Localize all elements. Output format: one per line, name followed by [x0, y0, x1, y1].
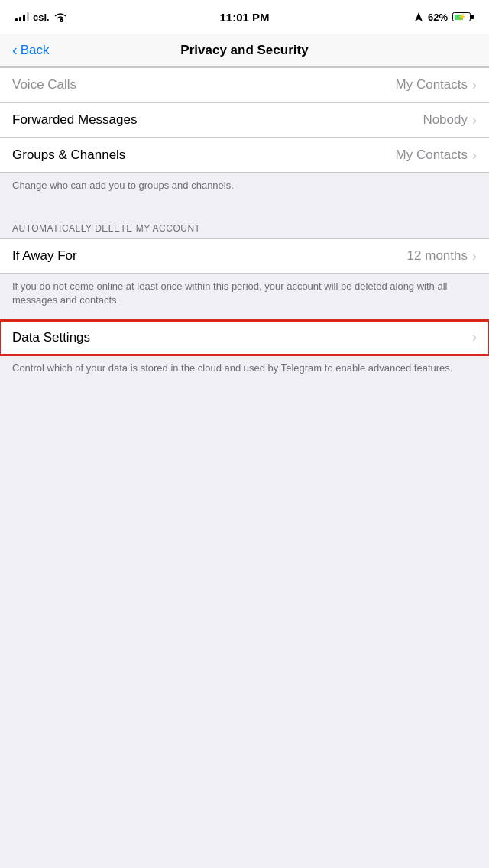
- if-away-group: If Away For 12 months ›: [0, 238, 489, 274]
- battery-icon: ⚡: [452, 12, 474, 21]
- data-settings-chevron-icon: ›: [472, 329, 477, 345]
- status-right: 62% ⚡: [414, 11, 474, 23]
- data-settings-label: Data Settings: [12, 330, 90, 345]
- signal-bar-1: [15, 18, 18, 21]
- back-chevron-icon: ‹: [12, 42, 18, 57]
- wifi-icon: [53, 11, 67, 22]
- battery-percent: 62%: [428, 11, 448, 23]
- groups-channels-label: Groups & Channels: [12, 147, 125, 163]
- groups-channels-value: My Contacts: [396, 147, 468, 163]
- signal-bar-2: [19, 17, 21, 21]
- nav-bar: ‹ Back Privacy and Security: [0, 34, 489, 67]
- forwarded-messages-value: Nobody: [423, 112, 468, 128]
- status-left: csl.: [15, 11, 67, 23]
- forwarded-messages-row[interactable]: Forwarded Messages Nobody ›: [0, 103, 489, 137]
- groups-channels-group: Groups & Channels My Contacts ›: [0, 138, 489, 173]
- forwarded-messages-chevron-icon: ›: [472, 112, 477, 128]
- location-icon: [414, 11, 423, 22]
- page-title: Privacy and Security: [180, 43, 308, 58]
- groups-footer: Change who can add you to groups and cha…: [0, 173, 489, 205]
- if-away-chevron-icon: ›: [472, 248, 477, 264]
- back-label: Back: [21, 43, 50, 58]
- signal-bars: [15, 12, 29, 21]
- groups-channels-right: My Contacts ›: [396, 147, 477, 164]
- groups-channels-chevron-icon: ›: [472, 147, 477, 164]
- voice-calls-chevron-icon: ›: [472, 77, 477, 93]
- forwarded-messages-right: Nobody ›: [423, 112, 477, 128]
- forwarded-messages-group: Forwarded Messages Nobody ›: [0, 102, 489, 138]
- back-button[interactable]: ‹ Back: [12, 43, 49, 58]
- voice-calls-label: Voice Calls: [12, 77, 76, 92]
- signal-bar-3: [23, 15, 25, 21]
- voice-calls-value: My Contacts: [396, 77, 468, 92]
- data-settings-footer: Control which of your data is stored in …: [0, 355, 489, 387]
- status-bar: csl. 11:01 PM 62% ⚡: [0, 0, 489, 34]
- if-away-value: 12 months: [407, 248, 468, 264]
- data-settings-group: Data Settings ›: [0, 320, 489, 355]
- if-away-row[interactable]: If Away For 12 months ›: [0, 239, 489, 273]
- voice-calls-group: Voice Calls My Contacts ›: [0, 67, 489, 102]
- voice-calls-row[interactable]: Voice Calls My Contacts ›: [0, 68, 489, 102]
- if-away-right: 12 months ›: [407, 248, 477, 264]
- signal-bar-4: [27, 12, 29, 21]
- status-time: 11:01 PM: [219, 11, 269, 24]
- voice-calls-right: My Contacts ›: [396, 77, 477, 93]
- groups-channels-row[interactable]: Groups & Channels My Contacts ›: [0, 138, 489, 172]
- data-settings-row[interactable]: Data Settings ›: [0, 321, 489, 355]
- away-footer: If you do not come online at least once …: [0, 274, 489, 319]
- data-settings-right: ›: [472, 329, 477, 345]
- auto-delete-header: AUTOMATICALLY DELETE MY ACCOUNT: [0, 211, 489, 238]
- if-away-label: If Away For: [12, 248, 77, 264]
- forwarded-messages-label: Forwarded Messages: [12, 112, 137, 128]
- carrier-label: csl.: [33, 11, 50, 23]
